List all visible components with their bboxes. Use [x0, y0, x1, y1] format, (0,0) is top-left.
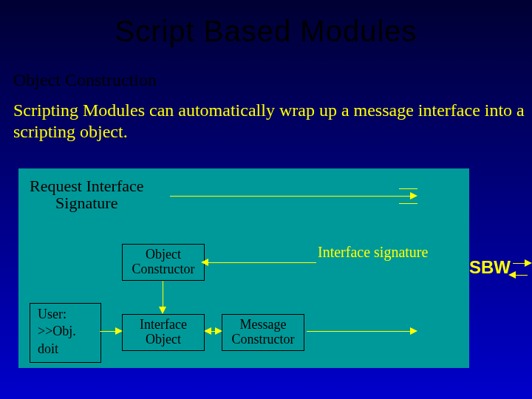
arrow-icon	[201, 259, 208, 266]
arrow-icon	[525, 259, 532, 267]
arrow-icon	[410, 327, 417, 335]
interface-object-box: InterfaceObject	[122, 314, 205, 351]
slide-title: Script Based Modules	[0, 0, 532, 48]
sbw-box	[417, 168, 469, 368]
arrow-icon	[159, 307, 166, 314]
message-constructor-box: MessageConstructor	[222, 314, 304, 351]
arrow-icon	[115, 327, 123, 335]
user-label: User:	[38, 307, 66, 321]
body-text: Scripting Modules can automatically wrap…	[13, 100, 532, 143]
arrow-icon	[204, 327, 211, 335]
user-command: >>Obj. doit	[38, 324, 76, 355]
line-msgcon-to-sbw	[307, 331, 410, 332]
interface-signature-label: Interface signature	[318, 244, 428, 261]
sbw-label: SBW	[469, 257, 511, 278]
arrow-icon	[215, 327, 222, 335]
line-out-sbw-top	[399, 203, 417, 204]
request-interface-signature-label: Request InterfaceSignature	[30, 177, 144, 211]
line-request-to-sbw	[170, 196, 410, 197]
arrow-icon	[508, 271, 516, 279]
object-constructor-box: ObjectConstructor	[122, 244, 205, 281]
line-intsig-from-sbw	[205, 262, 316, 263]
line-user-to-intobj	[100, 331, 116, 332]
arrow-icon	[410, 192, 417, 200]
user-box: User: >>Obj. doit	[30, 303, 101, 363]
line-objcon-to-intobj	[163, 281, 163, 307]
subtitle: Object Construction	[13, 70, 157, 90]
line-into-sbw-top	[399, 188, 417, 189]
